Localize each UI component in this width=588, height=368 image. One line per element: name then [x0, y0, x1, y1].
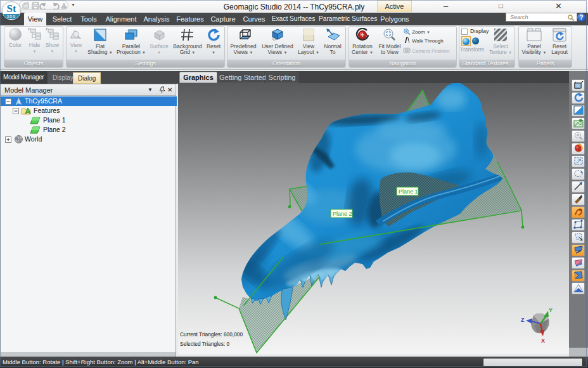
svg-text:Plane 2: Plane 2 — [333, 211, 352, 217]
svg-text:Plane 1: Plane 1 — [399, 188, 418, 195]
svg-text:Selected Triangles: 0: Selected Triangles: 0 — [180, 341, 230, 347]
svg-text:Z: Z — [521, 317, 525, 323]
svg-text:Current Triangles: 600,000: Current Triangles: 600,000 — [180, 331, 243, 338]
svg-text:X: X — [541, 338, 545, 344]
svg-text:Y: Y — [549, 307, 553, 313]
